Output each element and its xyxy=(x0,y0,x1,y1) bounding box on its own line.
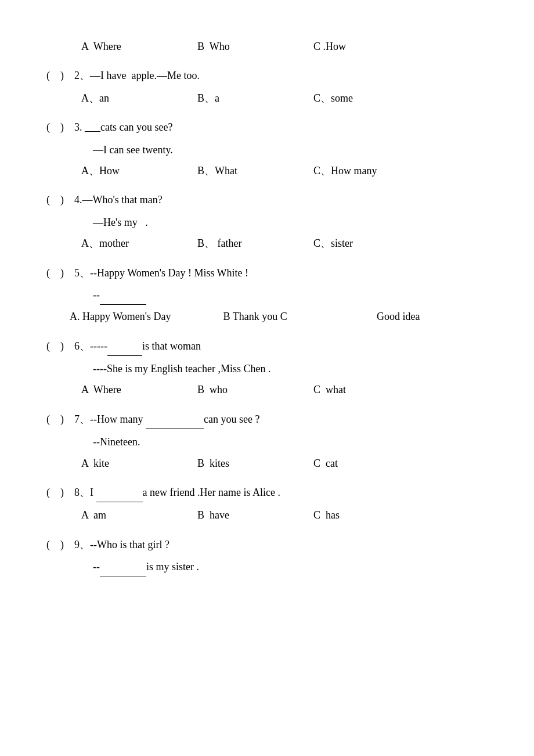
paren-open: ( xyxy=(46,118,57,136)
question-text: 3. ___cats can you see? xyxy=(74,118,499,136)
paren-close: ) xyxy=(60,535,71,554)
paren-open: ( xyxy=(46,190,57,209)
option-a: A. Happy Women's Day xyxy=(70,307,221,326)
sub-text: -- xyxy=(46,286,499,305)
question-8: ( ) 8、I a new friend .Her name is Alice … xyxy=(46,483,499,525)
option-c: C cat xyxy=(313,454,430,473)
option-c: C、sister xyxy=(313,234,430,253)
question-7: ( ) 7、--How many can you see ? --Ninetee… xyxy=(46,410,499,473)
question-row: ( ) 5、--Happy Women's Day ! Miss White ! xyxy=(46,264,499,282)
sub-text: —I can see twenty. xyxy=(46,141,499,159)
option-b: B Thank you C xyxy=(223,307,374,326)
blank xyxy=(100,557,146,577)
paren-open: ( xyxy=(46,535,57,554)
question-text: 4.—Who's that man? xyxy=(74,190,499,209)
sub-text: —He's my . xyxy=(46,213,499,232)
question-2: ( ) 2、—I have apple.—Me too. A、an B、a C、… xyxy=(46,66,499,107)
question-text: 2、—I have apple.—Me too. xyxy=(74,66,499,85)
options-row: A am B have C has xyxy=(46,506,499,524)
paren-close: ) xyxy=(60,337,71,355)
paren-close: ) xyxy=(60,410,71,429)
option-b: B kites xyxy=(197,454,313,473)
question-5: ( ) 5、--Happy Women's Day ! Miss White !… xyxy=(46,264,499,326)
options-row: A、How B、What C、How many xyxy=(46,161,499,180)
option-a: A kite xyxy=(81,454,197,473)
paren-open: ( xyxy=(46,66,57,85)
question-text: 9、--Who is that girl ? xyxy=(74,535,499,554)
option-b: B、a xyxy=(197,89,313,107)
question-6: ( ) 6、----- is that woman ----She is my … xyxy=(46,337,499,399)
option-a: A、an xyxy=(81,89,197,107)
option-c: C .How xyxy=(313,37,430,56)
option-b: B who xyxy=(197,380,313,399)
option-b: B Who xyxy=(197,37,313,56)
question-row: ( ) 9、--Who is that girl ? xyxy=(46,535,499,554)
options-row: A、an B、a C、some xyxy=(46,89,499,107)
sub-text: ----She is my English teacher ,Miss Chen… xyxy=(46,359,499,378)
question-row: ( ) 6、----- is that woman xyxy=(46,337,499,356)
question-9: ( ) 9、--Who is that girl ? -- is my sist… xyxy=(46,535,499,577)
question-text: 6、----- is that woman xyxy=(74,337,499,356)
option-b: B have xyxy=(197,506,313,524)
question-text: 8、I a new friend .Her name is Alice . xyxy=(74,483,499,502)
paren-close: ) xyxy=(60,190,71,209)
sub-text: -- is my sister . xyxy=(46,557,499,577)
question-row: ( ) 2、—I have apple.—Me too. xyxy=(46,66,499,85)
option-a: A Where xyxy=(81,380,197,399)
blank xyxy=(100,286,146,305)
paren-open: ( xyxy=(46,410,57,429)
option-c: Good idea xyxy=(377,307,493,326)
question-row: ( ) 3. ___cats can you see? xyxy=(46,118,499,136)
blank xyxy=(107,337,142,356)
paren-open: ( xyxy=(46,337,57,355)
option-a: A Where xyxy=(81,37,197,56)
paren-close: ) xyxy=(60,66,71,85)
paren-close: ) xyxy=(60,118,71,136)
option-b: B、 father xyxy=(197,234,313,253)
options-row: A kite B kites C cat xyxy=(46,454,499,473)
question-row: ( ) 8、I a new friend .Her name is Alice … xyxy=(46,483,499,502)
paren-open: ( xyxy=(46,264,57,282)
paren-close: ) xyxy=(60,264,71,282)
option-c: C、How many xyxy=(313,161,430,180)
blank xyxy=(96,483,143,502)
options-row: A. Happy Women's Day B Thank you C Good … xyxy=(46,307,499,326)
options-row: A、mother B、 father C、sister xyxy=(46,234,499,253)
paren-close: ) xyxy=(60,483,71,502)
options-row: A Where B Who C .How xyxy=(46,37,499,56)
question-row: ( ) 4.—Who's that man? xyxy=(46,190,499,209)
question-row: ( ) 7、--How many can you see ? xyxy=(46,410,499,429)
paren-open: ( xyxy=(46,483,57,502)
option-c: C has xyxy=(313,506,430,524)
option-a: A、How xyxy=(81,161,197,180)
option-c: C、some xyxy=(313,89,430,107)
option-b: B、What xyxy=(197,161,313,180)
options-row: A Where B who C what xyxy=(46,380,499,399)
question-text: 5、--Happy Women's Day ! Miss White ! xyxy=(74,264,499,282)
question-text: 7、--How many can you see ? xyxy=(74,410,499,429)
question-4: ( ) 4.—Who's that man? —He's my . A、moth… xyxy=(46,190,499,253)
option-a: A am xyxy=(81,506,197,524)
option-c: C what xyxy=(313,380,430,399)
blank xyxy=(146,410,204,429)
sub-text: --Nineteen. xyxy=(46,433,499,451)
question-1-options: A Where B Who C .How xyxy=(46,37,499,56)
question-3: ( ) 3. ___cats can you see? —I can see t… xyxy=(46,118,499,180)
option-a: A、mother xyxy=(81,234,197,253)
